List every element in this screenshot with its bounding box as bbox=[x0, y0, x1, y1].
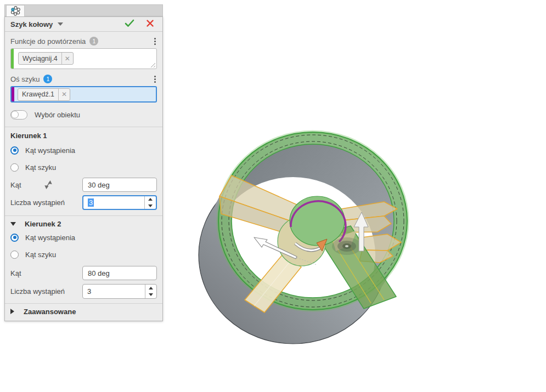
d1-angle-row: Kąt bbox=[5, 178, 162, 192]
close-icon bbox=[147, 20, 154, 27]
radio-selected-icon[interactable] bbox=[10, 146, 19, 155]
advanced-section-header[interactable]: Zaawansowane bbox=[5, 306, 162, 316]
circular-pattern-dialog: Szyk kołowy Funkcje do powtórzenia 1 bbox=[4, 16, 163, 321]
selection-chip-label: Krawędź.1 bbox=[18, 90, 58, 98]
axis-menu-button[interactable] bbox=[153, 75, 157, 84]
spin-down-button[interactable] bbox=[145, 203, 156, 209]
confirm-button[interactable] bbox=[122, 19, 137, 29]
d1-pattern-angle-label: Kąt szyku bbox=[25, 163, 56, 172]
spin-down-button[interactable] bbox=[145, 292, 156, 299]
d1-angle-label: Kąt bbox=[10, 181, 21, 189]
axis-selection-bar bbox=[12, 87, 14, 101]
divider bbox=[5, 303, 162, 304]
chip-remove-icon[interactable]: ✕ bbox=[58, 89, 70, 100]
chip-remove-icon[interactable]: ✕ bbox=[61, 53, 73, 64]
direction1-title: Kierunek 1 bbox=[10, 132, 47, 140]
d1-instance-angle-radio-row[interactable]: Kąt wystąpienia bbox=[5, 146, 162, 155]
radio-selected-icon[interactable] bbox=[10, 234, 19, 242]
features-menu-button[interactable] bbox=[153, 37, 157, 46]
selection-chip-label: Wyciągnij.4 bbox=[19, 55, 61, 63]
d2-instance-angle-label: Kąt wystąpienia bbox=[25, 234, 75, 242]
d2-instance-angle-radio-row[interactable]: Kąt wystąpienia bbox=[5, 233, 162, 242]
features-section-header: Funkcje do powtórzenia 1 bbox=[5, 36, 162, 46]
d2-pattern-angle-label: Kąt szyku bbox=[25, 251, 56, 259]
d1-instances-row: Liczba wystąpień 3 bbox=[5, 195, 162, 210]
object-selection-row: Wybór obiektu bbox=[5, 109, 162, 120]
d2-angle-row: Kąt bbox=[5, 266, 162, 280]
collapse-open-icon[interactable] bbox=[10, 222, 16, 226]
d1-instance-angle-label: Kąt wystąpienia bbox=[25, 146, 75, 155]
axis-count-badge: 1 bbox=[43, 75, 52, 83]
features-count-badge: 1 bbox=[89, 37, 98, 46]
axis-section-header: Oś szyku 1 bbox=[5, 74, 162, 84]
feature-type-dropdown-icon[interactable] bbox=[58, 22, 63, 26]
features-selection-bar bbox=[11, 49, 14, 69]
flip-direction-icon[interactable] bbox=[44, 180, 53, 189]
dialog-tabstrip bbox=[4, 4, 163, 16]
selection-chip: Krawędź.1 ✕ bbox=[18, 88, 70, 101]
d1-instances-label: Liczba wystąpień bbox=[10, 198, 65, 207]
circular-pattern-icon bbox=[10, 6, 21, 16]
radio-unselected-icon[interactable] bbox=[10, 251, 19, 259]
direction2-title: Kierunek 2 bbox=[25, 220, 61, 228]
d2-instances-row: Liczba wystąpień 3 bbox=[5, 284, 162, 299]
spin-up-button[interactable] bbox=[145, 196, 156, 203]
spin-up-button[interactable] bbox=[145, 285, 156, 292]
d2-instances-value[interactable]: 3 bbox=[87, 287, 91, 296]
axis-manipulator-shadow bbox=[332, 237, 362, 255]
divider bbox=[5, 215, 162, 216]
d1-angle-input[interactable] bbox=[82, 178, 157, 192]
checkmark-icon bbox=[125, 19, 134, 27]
d1-pattern-angle-radio-row[interactable]: Kąt szyku bbox=[5, 163, 162, 172]
d1-instances-value[interactable]: 3 bbox=[88, 198, 94, 207]
feature-dialog-panel: Szyk kołowy Funkcje do powtórzenia 1 bbox=[4, 4, 163, 321]
tab-circular-pattern[interactable] bbox=[6, 5, 25, 16]
object-selection-label: Wybór obiektu bbox=[35, 111, 80, 119]
features-selection-box[interactable]: Wyciągnij.4 ✕ bbox=[10, 48, 157, 69]
d2-angle-input[interactable] bbox=[82, 266, 157, 280]
dialog-header: Szyk kołowy bbox=[5, 17, 162, 32]
dialog-title: Szyk kołowy bbox=[10, 20, 53, 29]
axis-selection-box[interactable]: Krawędź.1 ✕ bbox=[10, 86, 157, 103]
direction2-header[interactable]: Kierunek 2 bbox=[5, 219, 162, 228]
3d-viewport[interactable] bbox=[165, 0, 546, 392]
collapse-closed-icon[interactable] bbox=[10, 309, 14, 314]
axis-section-label: Oś szyku bbox=[10, 75, 40, 83]
radio-unselected-icon[interactable] bbox=[10, 163, 19, 172]
d1-instances-stepper[interactable]: 3 bbox=[82, 195, 157, 210]
cancel-button[interactable] bbox=[144, 20, 156, 29]
d2-angle-label: Kąt bbox=[10, 269, 21, 277]
d2-pattern-angle-radio-row[interactable]: Kąt szyku bbox=[5, 250, 162, 259]
features-section-label: Funkcje do powtórzenia bbox=[10, 37, 86, 46]
box-resize-handle[interactable] bbox=[149, 61, 155, 67]
d2-instances-label: Liczba wystąpień bbox=[10, 287, 65, 296]
direction1-header: Kierunek 1 bbox=[5, 131, 162, 140]
selection-chip: Wyciągnij.4 ✕ bbox=[18, 52, 74, 65]
advanced-label: Zaawansowane bbox=[24, 308, 76, 316]
divider bbox=[5, 127, 162, 127]
d2-instances-stepper[interactable]: 3 bbox=[82, 284, 157, 299]
object-selection-toggle[interactable] bbox=[10, 110, 27, 120]
